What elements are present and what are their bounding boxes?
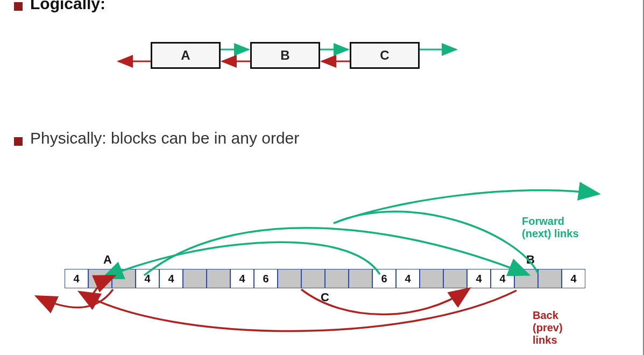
bullet-icon bbox=[14, 137, 23, 146]
bullet-icon bbox=[14, 2, 23, 11]
physical-arrows bbox=[0, 172, 644, 355]
logical-box-a: A bbox=[151, 42, 221, 69]
bullet-physically: Physically: blocks can be in any order bbox=[30, 129, 299, 147]
logical-box-c: C bbox=[350, 42, 420, 69]
bullet-logically: Logically: bbox=[30, 0, 105, 13]
logical-box-b: B bbox=[250, 42, 320, 69]
physical-diagram: 4444664444 A B C Forward (next) links Ba… bbox=[65, 258, 581, 323]
logical-diagram: A B C bbox=[129, 42, 463, 74]
